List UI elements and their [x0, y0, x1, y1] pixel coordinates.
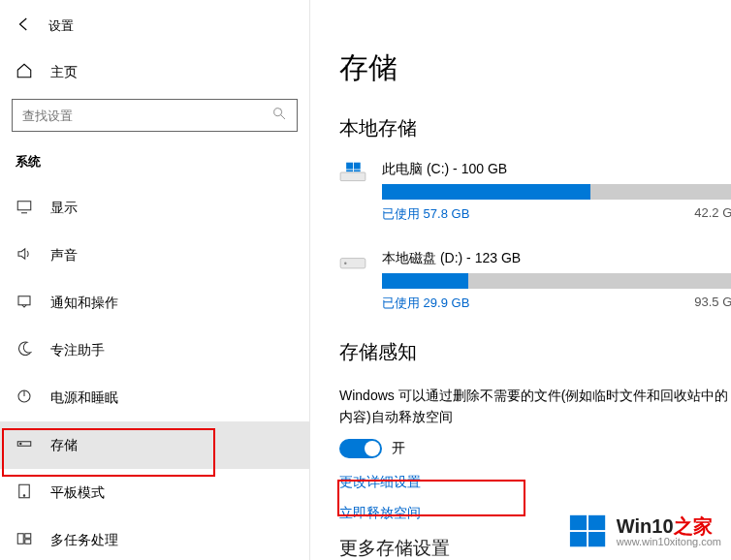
section-label: 系统: [0, 149, 309, 184]
search-box[interactable]: [12, 99, 298, 132]
watermark-brand: Win10: [617, 515, 674, 537]
used-label[interactable]: 已使用 57.8 GB: [382, 205, 469, 223]
power-icon: [16, 388, 33, 408]
notifications-icon: [16, 293, 33, 313]
sidebar-item-focus[interactable]: 专注助手: [0, 327, 309, 374]
home-link[interactable]: 主页: [0, 54, 309, 99]
disk-row[interactable]: 本地磁盘 (D:) - 123 GB 已使用 29.9 GB 93.5 GB: [339, 250, 731, 312]
svg-rect-11: [340, 172, 366, 181]
home-label: 主页: [50, 64, 78, 81]
hdd-icon: [339, 250, 366, 273]
storage-icon: [16, 435, 33, 455]
storage-sense-description: Windows 可以通过删除不需要的文件(例如临时文件和回收站中的内容)自动释放…: [339, 385, 731, 427]
svg-rect-21: [588, 532, 605, 546]
svg-rect-12: [346, 163, 353, 170]
watermark-suffix: 之家: [674, 515, 713, 537]
svg-rect-2: [18, 296, 30, 305]
sidebar-item-sound[interactable]: 声音: [0, 232, 309, 279]
sidebar-item-label: 平板模式: [50, 484, 105, 502]
search-icon: [271, 106, 287, 125]
multitask-icon: [16, 530, 33, 550]
svg-rect-20: [570, 532, 587, 546]
search-input[interactable]: [22, 109, 271, 123]
watermark: Win10之家 www.win10xitong.com: [564, 510, 725, 554]
page-title: 存储: [339, 48, 731, 88]
storage-sense-toggle[interactable]: [339, 439, 382, 458]
free-label: 93.5 GB: [694, 295, 731, 312]
display-icon: [16, 198, 33, 218]
speaker-icon: [16, 245, 33, 265]
svg-rect-16: [340, 259, 366, 268]
toggle-label: 开: [392, 440, 405, 457]
disk-row[interactable]: 此电脑 (C:) - 100 GB 已使用 57.8 GB 42.2 GB: [339, 161, 731, 223]
sidebar-item-label: 存储: [50, 437, 78, 454]
sidebar-item-storage[interactable]: 存储: [0, 421, 309, 469]
disk-name: 本地磁盘 (D:) - 123 GB: [382, 250, 731, 267]
home-icon: [16, 62, 33, 83]
usage-bar: [382, 184, 731, 200]
svg-rect-19: [588, 515, 605, 530]
sidebar-item-power[interactable]: 电源和睡眠: [0, 374, 309, 421]
sidebar-item-label: 显示: [50, 200, 78, 217]
storage-sense-heading: 存储感知: [339, 339, 731, 365]
settings-title: 设置: [48, 17, 74, 35]
svg-rect-13: [354, 163, 361, 170]
free-label: 42.2 GB: [694, 205, 731, 223]
main-content: 存储 本地存储 此电脑 (C:) - 100 GB 已使用 57.8 GB 42…: [310, 0, 731, 560]
svg-rect-18: [570, 515, 587, 530]
change-settings-link[interactable]: 更改详细设置: [339, 474, 731, 491]
sidebar-item-label: 专注助手: [50, 342, 105, 359]
sidebar: 设置 主页 系统 显示 声音: [0, 0, 310, 560]
used-label[interactable]: 已使用 29.9 GB: [382, 295, 469, 312]
moon-icon: [16, 340, 33, 360]
windows-drive-icon: [339, 161, 366, 184]
windows-logo-icon: [568, 512, 609, 552]
svg-rect-9: [25, 534, 31, 539]
svg-rect-1: [17, 202, 31, 210]
local-storage-heading: 本地存储: [339, 115, 731, 141]
svg-point-5: [20, 443, 22, 445]
svg-point-0: [274, 109, 282, 116]
sidebar-item-tablet[interactable]: 平板模式: [0, 469, 309, 516]
usage-bar-used: [382, 184, 590, 200]
sidebar-item-label: 通知和操作: [50, 295, 118, 312]
disk-name: 此电脑 (C:) - 100 GB: [382, 161, 731, 178]
sidebar-item-notifications[interactable]: 通知和操作: [0, 279, 309, 327]
sidebar-item-label: 电源和睡眠: [50, 389, 118, 407]
svg-rect-15: [354, 170, 361, 171]
usage-bar-used: [382, 273, 468, 289]
svg-rect-10: [25, 540, 31, 544]
usage-bar: [382, 273, 731, 289]
sidebar-item-label: 声音: [50, 247, 78, 264]
sidebar-item-display[interactable]: 显示: [0, 184, 309, 232]
sidebar-item-label: 多任务处理: [50, 532, 118, 549]
sidebar-item-multitask[interactable]: 多任务处理: [0, 516, 309, 560]
tablet-icon: [16, 482, 33, 503]
svg-point-7: [23, 495, 25, 497]
svg-point-17: [344, 263, 346, 264]
nav-list: 显示 声音 通知和操作 专注助手 电源和睡眠 存储: [0, 184, 309, 560]
svg-rect-14: [346, 170, 353, 171]
back-icon[interactable]: [16, 16, 33, 37]
watermark-url: www.win10xitong.com: [617, 537, 721, 548]
svg-rect-8: [17, 534, 23, 544]
